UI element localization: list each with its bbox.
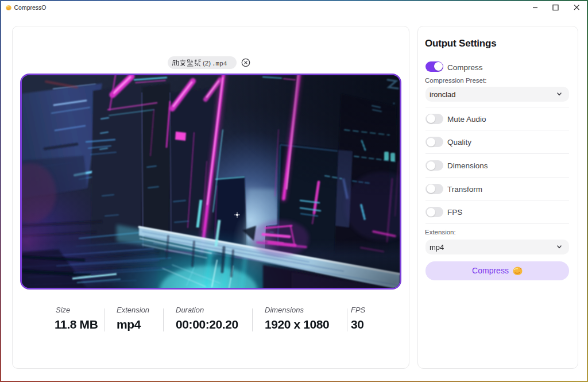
- svg-text:(2): (2): [203, 60, 211, 67]
- svg-text:.mp4: .mp4: [212, 60, 227, 67]
